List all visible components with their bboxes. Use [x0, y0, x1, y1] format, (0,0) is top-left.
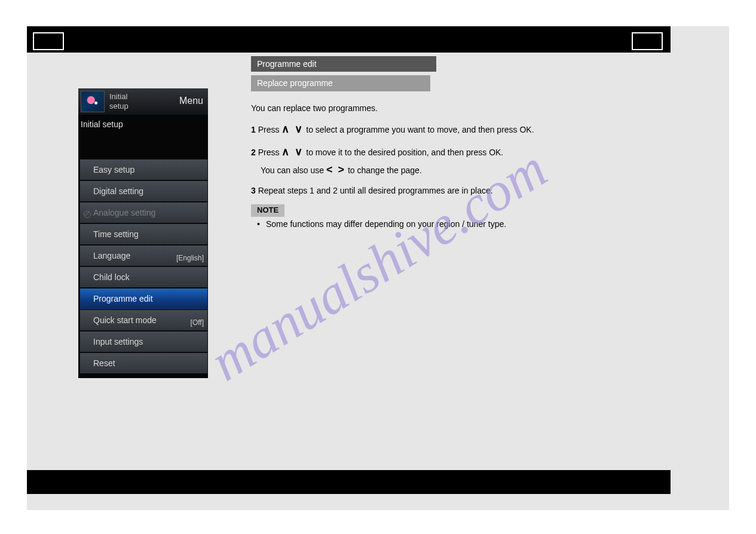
- osd-item-digital-setting[interactable]: Digital setting: [79, 180, 208, 202]
- osd-item-label: Reset: [93, 358, 115, 368]
- osd-item-label: Language: [93, 251, 130, 260]
- osd-logo-icon: [81, 91, 105, 112]
- note-heading: NOTE: [251, 204, 284, 217]
- osd-item-child-lock[interactable]: Child lock: [79, 266, 208, 288]
- osd-item-label: Quick start mode: [93, 315, 157, 325]
- page-number-left: 44: [33, 32, 64, 50]
- intro-text: You can replace two programmes.: [251, 102, 657, 114]
- step1-b: to select a programme you want to move, …: [306, 125, 534, 134]
- alt-a: You can also use: [261, 165, 326, 175]
- osd-breadcrumb: Initial setup: [109, 92, 128, 111]
- osd-item-value: [English]: [176, 251, 204, 265]
- step3-text: Repeat steps 1 and 2 until all desired p…: [258, 186, 493, 195]
- step2-b: to move it to the desired position, and …: [306, 148, 503, 157]
- left-right-icon: < >: [326, 164, 345, 176]
- osd-item-language[interactable]: Language[English]: [79, 245, 208, 266]
- osd-menu-screenshot: Initial setup Menu Initial setup Easy se…: [78, 88, 208, 378]
- osd-item-programme-edit[interactable]: Programme edit: [79, 288, 208, 309]
- alt-b: to change the page.: [348, 165, 422, 175]
- osd-item-label: Digital setting: [93, 186, 143, 196]
- up-down-icon: ∧ ∨: [281, 123, 304, 135]
- up-down-icon: ∧ ∨: [281, 146, 304, 158]
- osd-item-analogue-setting[interactable]: Analogue setting: [79, 202, 208, 223]
- page-number-right: 44: [632, 32, 663, 50]
- osd-item-easy-setup[interactable]: Easy setup: [79, 159, 208, 180]
- step-2: 2 Press ∧ ∨ to move it to the desired po…: [251, 144, 657, 177]
- osd-item-reset[interactable]: Reset: [79, 352, 208, 374]
- osd-section-title: Initial setup: [78, 115, 208, 145]
- osd-item-time-setting[interactable]: Time setting: [79, 223, 208, 245]
- osd-item-quick-start-mode[interactable]: Quick start mode[Off]: [79, 309, 208, 331]
- osd-item-label: Time setting: [93, 229, 139, 239]
- footer-left: Menu operation: [35, 477, 85, 486]
- heading-programme-edit: Programme edit: [251, 56, 436, 72]
- osd-item-label: Analogue setting: [93, 208, 155, 217]
- step-1: 1 Press ∧ ∨ to select a programme you wa…: [251, 121, 657, 137]
- note-text: Some functions may differ depending on y…: [251, 218, 657, 230]
- osd-item-value: [Off]: [191, 316, 204, 329]
- osd-menu-label: Menu: [179, 96, 203, 106]
- osd-item-label: Input settings: [93, 337, 143, 346]
- step-3: 3 Repeat steps 1 and 2 until all desired…: [251, 185, 657, 197]
- osd-header: Initial setup Menu: [78, 88, 208, 115]
- step1-a: Press: [258, 125, 282, 134]
- heading-replace-programme: Replace programme: [251, 75, 430, 91]
- osd-item-label: Easy setup: [93, 165, 134, 174]
- footer-right: Initial setup: [626, 477, 662, 486]
- step2-a: Press: [258, 148, 282, 157]
- page-header-bar: 44 44: [27, 26, 671, 53]
- osd-title-line2: setup: [109, 102, 128, 111]
- osd-item-label: Child lock: [93, 272, 130, 282]
- page-footer-bar: Menu operation Initial setup: [27, 470, 671, 494]
- osd-item-label: Programme edit: [93, 294, 153, 303]
- osd-item-input-settings[interactable]: Input settings: [79, 331, 208, 352]
- osd-item-list: Easy setupDigital settingAnalogue settin…: [78, 159, 208, 374]
- instruction-body: Programme edit Replace programme You can…: [251, 56, 657, 231]
- osd-title-line1: Initial: [109, 92, 127, 101]
